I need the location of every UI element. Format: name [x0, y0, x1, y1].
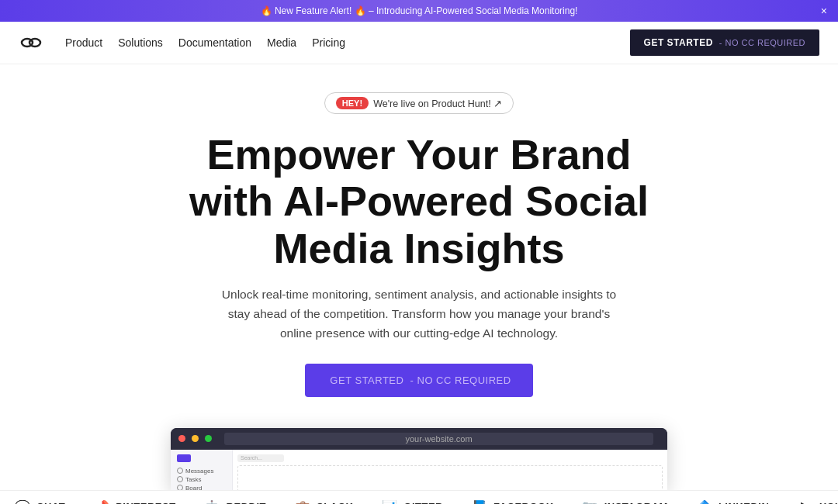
announcement-text: 🔥 New Feature Alert! 🔥 – Introducing AI-…: [261, 5, 578, 16]
logo-name: GITTER: [403, 501, 443, 504]
hero-subtext: Unlock real-time monitoring, sentiment a…: [217, 285, 621, 343]
sidebar-menu-messages: Messages: [177, 467, 226, 475]
logo-item: ▶ YOUTUBE: [783, 499, 838, 504]
logo-item: 💼 SLACK: [280, 499, 367, 504]
logo-item: 📌 PINTEREST: [79, 499, 189, 504]
browser-url-bar: your-website.com: [224, 433, 653, 445]
nav-cta-button[interactable]: GET STARTED - NO CC REQUIRED: [630, 29, 819, 56]
hero-cta-label: GET STARTED: [330, 375, 403, 386]
logo-icon: 📊: [381, 499, 398, 504]
logos-strip-row1: 💬 CHAT 📌 PINTEREST 🤖 REDDIT 💼 SLACK 📊 GI…: [0, 490, 838, 504]
logo-icon: 💼: [294, 499, 311, 504]
browser-dot-yellow: [192, 435, 199, 442]
nav-cta-label: GET STARTED: [644, 37, 713, 48]
nav-link-documentation[interactable]: Documentation: [178, 36, 251, 49]
nav-left: Product Solutions Documentation Media Pr…: [19, 30, 345, 55]
sidebar-menu-board: Board: [177, 484, 226, 490]
logo-name: LINKEDIN: [719, 501, 769, 504]
logo-icon: 📘: [471, 499, 488, 504]
hero-headline: Empower Your Brand with AI-Powered Socia…: [178, 131, 660, 271]
logo-icon: 🤖: [204, 499, 221, 504]
logo-icon: 🔷: [696, 499, 713, 504]
navigation: Product Solutions Documentation Media Pr…: [0, 22, 838, 64]
logo[interactable]: [19, 30, 43, 55]
browser-mock: your-website.com Messages Tasks Board Se…: [171, 428, 667, 490]
hey-badge: HEY!: [336, 97, 369, 109]
browser-titlebar: your-website.com: [171, 428, 667, 450]
nav-links: Product Solutions Documentation Media Pr…: [65, 36, 345, 49]
logo-name: SLACK: [317, 501, 353, 504]
logo-item: 💬 CHAT: [0, 499, 79, 504]
nav-link-product[interactable]: Product: [65, 36, 102, 49]
browser-sidebar: Messages Tasks Board: [171, 450, 233, 490]
nav-link-media[interactable]: Media: [267, 36, 296, 49]
browser-main: Search...: [233, 450, 667, 490]
svg-point-1: [29, 39, 40, 47]
browser-dot-green: [205, 435, 212, 442]
hero-section: HEY! We're live on Product Hunt! ↗ Empow…: [0, 64, 838, 413]
logo-item: 🔷 LINKEDIN: [682, 499, 783, 504]
logo-icon: [19, 30, 43, 55]
logo-name: INSTAGRAM: [604, 501, 668, 504]
announcement-bar: 🔥 New Feature Alert! 🔥 – Introducing AI-…: [0, 0, 838, 22]
logo-name: FACEBOOK: [493, 501, 554, 504]
logo-item: 🤖 REDDIT: [190, 499, 280, 504]
logo-name: CHAT: [36, 501, 65, 504]
browser-dot-red: [178, 435, 185, 442]
nav-cta-suffix: - NO CC REQUIRED: [719, 38, 805, 47]
logo-icon: 📌: [93, 499, 110, 504]
product-hunt-text: We're live on Product Hunt! ↗: [373, 98, 502, 109]
nav-link-solutions[interactable]: Solutions: [118, 36, 163, 49]
logo-name: YOUTUBE: [819, 501, 838, 504]
browser-content: Messages Tasks Board Search...: [171, 450, 667, 490]
hero-cta-suffix: - NO CC REQUIRED: [410, 375, 511, 386]
logo-item: 📊 GITTER: [367, 499, 457, 504]
product-hunt-badge[interactable]: HEY! We're live on Product Hunt! ↗: [324, 92, 514, 114]
sidebar-logo: [177, 454, 191, 462]
logo-icon: ▶: [797, 499, 814, 504]
hero-cta-button[interactable]: GET STARTED - NO CC REQUIRED: [305, 364, 532, 397]
sidebar-menu-tasks: Tasks: [177, 475, 226, 484]
logos-inner1: 💬 CHAT 📌 PINTEREST 🤖 REDDIT 💼 SLACK 📊 GI…: [0, 499, 838, 504]
logo-name: PINTEREST: [116, 501, 175, 504]
logo-icon: 📷: [582, 499, 599, 504]
browser-content-area: [237, 465, 663, 490]
nav-link-pricing[interactable]: Pricing: [312, 36, 345, 49]
app-preview: your-website.com Messages Tasks Board Se…: [0, 428, 838, 490]
logo-icon: 💬: [14, 499, 31, 504]
logo-name: REDDIT: [227, 501, 266, 504]
logo-item: 📘 FACEBOOK: [457, 499, 568, 504]
logo-item: 📷 INSTAGRAM: [568, 499, 682, 504]
logos-row1: 💬 CHAT 📌 PINTEREST 🤖 REDDIT 💼 SLACK 📊 GI…: [0, 491, 838, 504]
browser-search: Search...: [237, 454, 284, 462]
announcement-close-button[interactable]: ×: [821, 5, 827, 17]
